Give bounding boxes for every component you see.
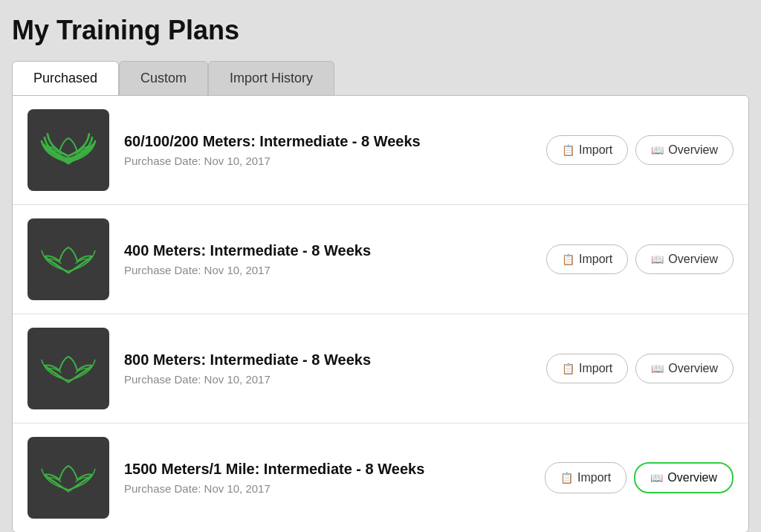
import-label: Import (577, 471, 611, 484)
overview-icon: 📖 (650, 472, 663, 484)
overview-label: Overview (668, 143, 718, 157)
plan-date: Purchase Date: Nov 10, 2017 (124, 373, 531, 386)
import-icon: 📋 (562, 253, 574, 265)
table-row: 400 Meters: Intermediate - 8 Weeks Purch… (13, 205, 748, 314)
plan-name: 1500 Meters/1 Mile: Intermediate - 8 Wee… (124, 461, 530, 478)
plan-name: 60/100/200 Meters: Intermediate - 8 Week… (124, 133, 531, 150)
import-icon: 📋 (562, 363, 574, 374)
plan-info: 60/100/200 Meters: Intermediate - 8 Week… (124, 133, 531, 167)
overview-button[interactable]: 📖 Overview (635, 244, 734, 274)
tab-purchased[interactable]: Purchased (12, 61, 119, 95)
overview-button[interactable]: 📖 Overview (635, 135, 734, 165)
plan-actions: 📋 Import 📖 Overview (546, 135, 734, 165)
plans-list: 60/100/200 Meters: Intermediate - 8 Week… (12, 95, 749, 532)
plan-name: 400 Meters: Intermediate - 8 Weeks (124, 242, 531, 259)
overview-label: Overview (667, 471, 717, 484)
import-label: Import (579, 143, 612, 157)
tab-custom[interactable]: Custom (119, 61, 208, 95)
overview-icon: 📖 (651, 144, 664, 156)
plan-info: 800 Meters: Intermediate - 8 Weeks Purch… (124, 351, 531, 386)
table-row: 800 Meters: Intermediate - 8 Weeks Purch… (13, 314, 748, 424)
overview-label: Overview (668, 362, 718, 375)
plan-info: 400 Meters: Intermediate - 8 Weeks Purch… (124, 242, 531, 276)
tabs-container: Purchased Custom Import History (12, 61, 749, 95)
page-title: My Training Plans (12, 15, 749, 46)
plan-actions: 📋 Import 📖 Overview (545, 462, 734, 493)
plan-actions: 📋 Import 📖 Overview (546, 354, 734, 383)
table-row: 1500 Meters/1 Mile: Intermediate - 8 Wee… (13, 424, 748, 532)
plan-logo (27, 437, 109, 519)
import-button[interactable]: 📋 Import (546, 354, 628, 383)
overview-button[interactable]: 📖 Overview (635, 354, 734, 383)
import-icon: 📋 (562, 144, 574, 156)
table-row: 60/100/200 Meters: Intermediate - 8 Week… (13, 96, 748, 205)
plan-info: 1500 Meters/1 Mile: Intermediate - 8 Wee… (124, 461, 530, 495)
tab-import-history[interactable]: Import History (208, 61, 334, 95)
plan-name: 800 Meters: Intermediate - 8 Weeks (124, 351, 531, 369)
plan-logo (27, 218, 109, 300)
import-button[interactable]: 📋 Import (546, 135, 628, 165)
plan-actions: 📋 Import 📖 Overview (546, 244, 734, 274)
plan-logo (27, 109, 109, 191)
overview-button-active[interactable]: 📖 Overview (634, 462, 734, 493)
plan-date: Purchase Date: Nov 10, 2017 (124, 482, 530, 495)
plan-date: Purchase Date: Nov 10, 2017 (124, 264, 531, 276)
overview-icon: 📖 (651, 253, 664, 265)
import-icon: 📋 (560, 472, 573, 484)
plan-logo (27, 328, 109, 409)
import-label: Import (579, 253, 612, 266)
import-button[interactable]: 📋 Import (545, 462, 626, 493)
import-button[interactable]: 📋 Import (546, 244, 628, 274)
overview-icon: 📖 (651, 363, 664, 374)
page-header: My Training Plans Purchased Custom Impor… (0, 0, 761, 95)
overview-label: Overview (668, 253, 718, 266)
import-label: Import (579, 362, 612, 375)
plan-date: Purchase Date: Nov 10, 2017 (124, 155, 531, 167)
